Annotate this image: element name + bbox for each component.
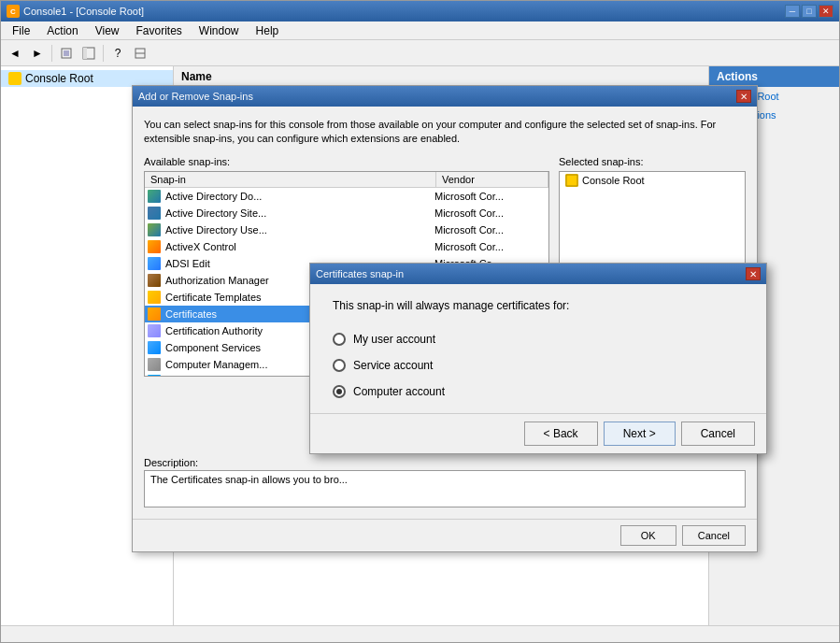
radio-circle-computer[interactable] xyxy=(333,385,346,398)
svg-rect-6 xyxy=(566,175,577,186)
selected-item-name: Console Root xyxy=(582,175,645,186)
snapin-icon xyxy=(147,273,162,288)
snapins-footer: OK Cancel xyxy=(133,519,757,551)
certsnapin-title-text: Certificates snap-in xyxy=(316,268,746,279)
snapin-icon xyxy=(147,374,162,377)
col-header-vendor: Vendor xyxy=(436,172,548,187)
radio-label-service: Service account xyxy=(353,359,433,372)
list-item[interactable]: ActiveX Control Microsoft Cor... xyxy=(145,238,548,255)
mmc-window: C Console1 - [Console Root] ─ □ ✕ File A… xyxy=(0,0,840,643)
snapin-name: Active Directory Site... xyxy=(165,206,434,221)
description-text: The Certificates snap-in allows you to b… xyxy=(144,470,746,507)
list-item[interactable]: Active Directory Site... Microsoft Cor..… xyxy=(145,205,548,221)
snapin-vendor: Microsoft Cor... xyxy=(434,239,547,254)
snapin-icon xyxy=(147,290,162,305)
snapin-icon xyxy=(147,307,162,322)
selected-item-icon xyxy=(565,174,578,187)
snapin-icon xyxy=(147,323,162,338)
back-button[interactable]: < Back xyxy=(524,422,598,446)
snapins-description: You can select snap-ins for this console… xyxy=(144,118,746,147)
snapin-icon xyxy=(147,340,162,355)
available-label: Available snap-ins: xyxy=(144,156,549,167)
certsnapin-close-button[interactable]: ✕ xyxy=(746,267,761,280)
radio-question: This snap-in will always manage certific… xyxy=(333,299,744,312)
snapin-icon xyxy=(147,206,162,221)
description-label: Description: xyxy=(144,457,746,468)
dialog-overlay: Add or Remove Snap-ins ✕ You can select … xyxy=(1,1,840,643)
list-item[interactable]: Active Directory Use... Microsoft Cor... xyxy=(145,221,548,238)
col-header-snapin: Snap-in xyxy=(145,172,436,187)
radio-circle-service[interactable] xyxy=(333,359,346,372)
radio-option-my-user[interactable]: My user account xyxy=(333,333,744,346)
certsnapin-dialog: Certificates snap-in ✕ This snap-in will… xyxy=(309,263,767,454)
snapin-name: Active Directory Use... xyxy=(165,222,434,237)
radio-circle-my-user[interactable] xyxy=(333,333,346,346)
selected-label: Selected snap-ins: xyxy=(559,156,746,167)
snapin-icon xyxy=(147,239,162,254)
snapin-icon xyxy=(147,357,162,372)
snapin-icon xyxy=(147,256,162,271)
snapins-close-button[interactable]: ✕ xyxy=(736,90,751,103)
cancel-button[interactable]: Cancel xyxy=(682,525,746,546)
cancel-button[interactable]: Cancel xyxy=(681,422,755,446)
snapin-vendor: Microsoft Cor... xyxy=(434,206,547,221)
radio-label-my-user: My user account xyxy=(353,333,435,346)
radio-group: This snap-in will always manage certific… xyxy=(310,284,766,413)
snapin-icon xyxy=(147,222,162,237)
available-list-header: Snap-in Vendor xyxy=(145,172,548,188)
ok-button[interactable]: OK xyxy=(620,525,676,546)
list-item[interactable]: Active Directory Do... Microsoft Cor... xyxy=(145,188,548,205)
certsnapin-title-bar: Certificates snap-in ✕ xyxy=(310,264,766,284)
snapin-vendor: Microsoft Cor... xyxy=(434,222,547,237)
snapin-name: ActiveX Control xyxy=(165,239,434,254)
snapin-name: Active Directory Do... xyxy=(165,189,434,204)
snapin-vendor: Microsoft Cor... xyxy=(434,189,547,204)
snapins-title-text: Add or Remove Snap-ins xyxy=(138,91,736,102)
certsnapin-footer: < Back Next > Cancel xyxy=(310,413,766,453)
description-box: Description: The Certificates snap-in al… xyxy=(144,457,746,507)
next-button[interactable]: Next > xyxy=(604,422,676,446)
snapins-title-bar: Add or Remove Snap-ins ✕ xyxy=(133,86,757,107)
radio-label-computer: Computer account xyxy=(353,385,445,398)
snapin-icon xyxy=(147,189,162,204)
radio-option-service[interactable]: Service account xyxy=(333,359,744,372)
radio-option-computer[interactable]: Computer account xyxy=(333,385,744,398)
selected-item[interactable]: Console Root xyxy=(560,172,745,189)
